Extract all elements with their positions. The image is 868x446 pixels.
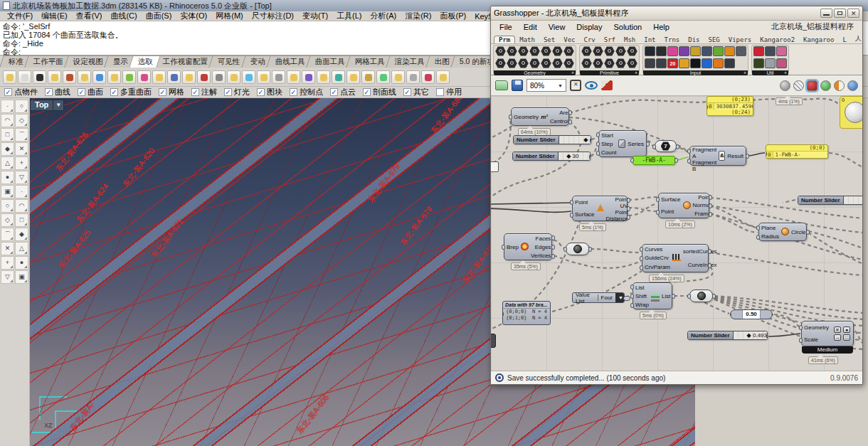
minimize-button[interactable] [820,9,832,18]
gh-number-slider-1[interactable]: Number Slider◆ [513,135,591,144]
zoom-level-select[interactable]: 80%▼ [526,79,566,92]
ribbon-icon[interactable] [724,46,735,56]
gh-tab-Int[interactable]: Int [640,36,660,43]
port-nub[interactable] [756,225,760,230]
gh-menu-item[interactable]: Edit [518,23,543,31]
toolbar-icon[interactable] [287,70,300,84]
gh-menu-item[interactable]: File [494,23,518,31]
input-port-Fragment A[interactable]: Fragment A [692,147,716,159]
sidebar-tool-icon[interactable]: · [15,185,28,198]
toolbar-icon[interactable] [78,70,91,84]
toolbar-icon[interactable] [436,70,450,84]
port-nub[interactable] [568,120,572,124]
input-port-Start[interactable]: Start [601,132,616,139]
ribbon-group-expand-icon[interactable]: + [784,70,787,75]
port-nub[interactable] [627,215,630,220]
input-port-Wrap[interactable]: Wrap [635,302,649,308]
ribbon-icon[interactable] [552,58,563,68]
close-button[interactable]: ✕ [847,9,859,18]
toolbar-icon[interactable] [421,70,435,84]
port-nub[interactable] [646,142,650,147]
ribbon-icon[interactable] [495,46,506,56]
port-nub[interactable] [588,247,592,252]
gh-component-deconstruct-brep[interactable]: BrepFacesEdgesVertices [504,233,552,260]
gh-tab-SEG[interactable]: SEG [704,36,724,43]
ribbon-icon[interactable] [776,46,787,56]
sidebar-tool-icon[interactable]: ⌒ [15,128,28,142]
port-nub[interactable] [756,235,760,240]
output-port-List[interactable]: List [662,293,670,299]
ribbon-icon[interactable] [667,46,678,56]
input-port-Step[interactable]: Step [601,141,616,147]
sidebar-tool-icon[interactable]: ◠ [1,114,14,127]
sidebar-tool-icon[interactable]: △ [1,156,14,170]
output-port-Circle[interactable]: Circle [791,229,805,235]
ribbon-icon[interactable] [529,46,540,56]
port-nub[interactable] [589,154,591,159]
toolbar-icon[interactable] [332,70,345,84]
gh-tab-Dis[interactable]: Dis [684,36,704,43]
ribbon-icon[interactable] [507,58,517,68]
checkbox-icon[interactable]: ✓ [403,88,411,96]
filter-checkbox-控制点[interactable]: ✓控制点 [290,87,323,97]
port-nub[interactable] [627,198,630,203]
sketch-tool-icon[interactable] [601,80,613,90]
port-nub[interactable] [551,235,555,240]
ribbon-icon[interactable] [713,46,724,56]
gh-component-series[interactable]: StartStepCountSeries [598,130,647,157]
port-nub[interactable] [590,138,591,143]
input-port-Scale[interactable]: Scale [804,336,829,343]
menu-item[interactable]: 编辑(E) [37,11,72,21]
toolbar-icon[interactable] [48,70,61,84]
sidebar-tool-icon[interactable]: ◆ [15,228,28,241]
sidebar-tool-icon[interactable]: △ [15,242,28,255]
toolbar-icon[interactable] [197,70,211,84]
sidebar-tool-icon[interactable]: ▣ [1,185,14,198]
gh-area-panel[interactable]: (0;23)03030837.459647(0;24) [706,96,753,116]
checkbox-icon[interactable]: ✓ [159,88,166,96]
menu-item[interactable]: 网格(M) [211,11,248,21]
ribbon-icon[interactable] [776,58,787,68]
ribbon-group-expand-icon[interactable]: + [571,70,574,75]
sidebar-tool-icon[interactable]: ○ [1,199,14,213]
menu-item[interactable]: 渲染(R) [401,11,435,21]
output-port-Edges[interactable]: Edges [531,244,551,250]
gh-curve-param-2[interactable] [689,290,713,302]
toolbar-icon[interactable] [137,70,151,84]
checkbox-icon[interactable]: ✓ [191,88,199,96]
gh-text-panel-fragment[interactable]: -FWB-A- [633,156,675,165]
menu-item[interactable]: 实体(O) [176,11,211,21]
toolbar-icon[interactable] [122,70,136,84]
port-nub[interactable] [674,158,678,163]
sidebar-tool-icon[interactable]: ◠ [15,199,28,213]
filter-checkbox-网格[interactable]: ✓网格 [159,87,184,97]
sidebar-tool-icon[interactable]: □ [15,213,28,227]
toolbar-icon[interactable] [18,70,31,84]
ribbon-icon[interactable] [656,58,667,68]
preview-shaded-icon[interactable] [807,80,817,91]
toolbar-tab[interactable]: 渲染工具 [386,55,433,68]
toolbar-icon[interactable] [346,70,360,84]
gh-component-evaluate-surface[interactable]: SurfacePointPointNormalFrame [658,193,709,218]
toolbar-icon[interactable] [167,70,181,84]
port-nub[interactable] [630,158,634,163]
knob-sphere[interactable] [845,102,862,123]
sidebar-tool-icon[interactable]: ◇ [15,114,28,127]
gh-component-sort-curves[interactable]: CurvesGuideCrvCrvParamsortedCurvesCurveI… [642,244,709,272]
sidebar-tool-icon[interactable]: ✕ [1,242,14,255]
input-port-Count[interactable]: Count [601,149,616,156]
filter-checkbox-点云[interactable]: ✓点云 [330,87,356,97]
port-nub[interactable] [706,105,708,110]
toolbar-icon[interactable] [406,70,420,84]
ribbon-icon[interactable] [604,46,615,56]
slider-track[interactable]: ◆ 30 [559,152,590,160]
input-port-CrvParam[interactable]: CrvParam [645,264,670,270]
ribbon-icon[interactable] [495,58,506,68]
toolbar-icon[interactable] [391,70,405,84]
gh-tab-Vec[interactable]: Vec [559,36,579,43]
gh-tab-Prm[interactable]: Prm [494,36,515,43]
port-nub[interactable] [550,312,551,317]
ribbon-icon[interactable] [679,46,689,56]
output-port-Result[interactable]: Result [727,153,743,159]
input-port-Curves[interactable]: Curves [645,246,670,253]
